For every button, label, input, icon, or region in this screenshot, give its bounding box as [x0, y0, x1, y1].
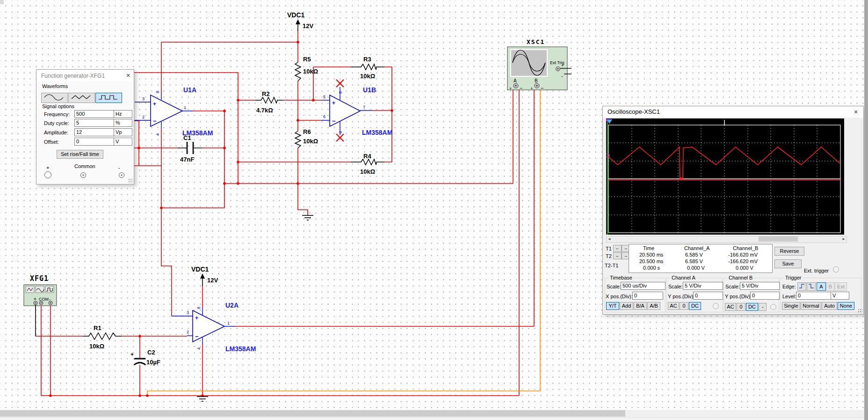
scope-scroll-right-icon[interactable]: ►	[842, 236, 846, 242]
wire-behind-dialog[interactable]	[134, 120, 161, 166]
timebase-ba-button[interactable]: B/A	[634, 302, 647, 310]
fg-plus-terminal[interactable]	[44, 171, 51, 178]
channel-b-minus-button[interactable]: -	[759, 303, 767, 311]
scope-titlebar[interactable]: Oscilloscope-XSC1 ✕	[603, 106, 863, 118]
scope-t1-left-button[interactable]: ←	[613, 245, 622, 252]
dt-cha: 0.000 V	[687, 265, 705, 271]
scope-resize-grip[interactable]	[858, 309, 862, 313]
t1-time: 20.500 ms	[639, 252, 663, 258]
u1a-ref: U1A	[183, 86, 196, 94]
scope-scroll-left-icon[interactable]: ◄	[608, 236, 611, 242]
channel-a-ac-button[interactable]: AC	[668, 302, 679, 310]
col-channel-b: Channel_B	[733, 245, 758, 251]
ground-u2a[interactable]	[197, 397, 208, 401]
channel-a-scale-input[interactable]: 5 V/Div	[683, 282, 723, 290]
function-generator-window[interactable]: Function generator-XFG1 ✕ Waveforms Sign…	[36, 69, 134, 184]
fg-wave-triangle-button[interactable]	[68, 93, 95, 103]
oscilloscope-window[interactable]: Oscilloscope-XSC1 ✕	[602, 106, 864, 315]
channel-b-scale-label: Scale:	[725, 284, 740, 289]
canvas-hscrollbar[interactable]	[0, 410, 864, 417]
resistor-r1[interactable]	[83, 333, 122, 339]
fg-plus-label: +	[46, 165, 49, 170]
channel-b-radio[interactable]	[770, 304, 776, 310]
trigger-group: Trigger Edge: A B Ext Level: 0 V Single …	[780, 278, 861, 312]
vdc1-bot-ref: VDC1	[191, 265, 209, 273]
wire-u1a-vminus-down[interactable]	[161, 129, 172, 316]
channel-b-zero-button[interactable]: 0	[737, 303, 745, 311]
trigger-source-a-button[interactable]: A	[817, 282, 826, 291]
trigger-source-b-button[interactable]: B	[826, 282, 834, 291]
vdc1-bottom[interactable]: VDC1 12V	[191, 265, 218, 287]
channel-b-label: Channel B	[727, 275, 754, 280]
trigger-none-button[interactable]: None	[838, 302, 854, 310]
scope-ext-trigger-radio[interactable]	[833, 266, 839, 273]
opamp-u1a[interactable]: + − 3 2 1 8 4 U1A LM358AM	[135, 86, 213, 137]
c2-ref: C2	[147, 349, 155, 356]
fg-wave-sine-button[interactable]	[41, 93, 68, 103]
scope-close-icon[interactable]: ✕	[852, 108, 860, 116]
xsc1-icon[interactable]: XSC1 Ext Trig + - A B +− +−	[507, 38, 571, 91]
ground-center[interactable]	[302, 215, 313, 220]
status-band	[0, 417, 868, 420]
channel-b-ac-button[interactable]: AC	[725, 303, 736, 311]
wire-c1-loop[interactable]	[134, 111, 224, 208]
scope-scrollbar-thumb[interactable]	[759, 236, 798, 242]
resistor-r2[interactable]	[255, 97, 283, 103]
resistor-r3[interactable]	[351, 64, 384, 70]
trigger-normal-button[interactable]: Normal	[801, 302, 821, 310]
u2a-pin2: 2	[187, 330, 189, 334]
fg-wave-square-button[interactable]	[95, 93, 122, 103]
resistor-r5[interactable]	[295, 62, 301, 81]
fg-minus-terminal[interactable]	[119, 172, 124, 178]
fg-titlebar[interactable]: Function generator-XFG1 ✕	[36, 70, 134, 81]
timebase-ab-button[interactable]: A/B	[647, 302, 660, 310]
scope-cursor-marker-dot	[680, 177, 683, 180]
channel-b-ypos-input[interactable]: 0	[750, 292, 780, 300]
timebase-yt-button[interactable]: Y/T	[606, 302, 619, 310]
trigger-source-ext-button[interactable]: Ext	[835, 282, 847, 291]
timebase-add-button[interactable]: Add	[620, 302, 633, 310]
fg-resize-grip[interactable]	[128, 178, 133, 183]
scope-scrollbar[interactable]: ◄ ►	[606, 236, 847, 243]
channel-a-ypos-input[interactable]: 0	[693, 292, 723, 300]
scope-t2-left-button[interactable]: ←	[613, 252, 622, 259]
scope-t1-label: T1	[606, 246, 612, 251]
trigger-level-input[interactable]: 0	[796, 292, 832, 300]
u1b-pin7: 7	[363, 105, 365, 110]
opamp-u2a[interactable]: + − 3 2 1 8 4 U2A LM358AM	[172, 302, 256, 353]
fg-offset-unit: V	[114, 138, 132, 146]
capacitor-c2[interactable]: + C2 10µF	[130, 349, 160, 366]
channel-a-radio[interactable]	[713, 303, 719, 309]
channel-a-dc-button[interactable]: DC	[689, 302, 701, 310]
wire-ground-bus[interactable]	[41, 305, 519, 396]
channel-b-dc-button[interactable]: DC	[746, 303, 758, 311]
trigger-rising-edge-button[interactable]	[797, 282, 806, 291]
fg-offset-input[interactable]: 0	[74, 138, 115, 146]
fg-duty-input[interactable]: 5	[74, 119, 115, 127]
scope-save-button[interactable]: Save	[774, 259, 802, 268]
t1-chb: -166.620 mV	[728, 252, 758, 258]
trigger-auto-button[interactable]: Auto	[822, 302, 837, 310]
fg-amplitude-input[interactable]: 12	[74, 128, 115, 136]
fg-set-rise-fall-button[interactable]: Set rise/Fall time	[57, 150, 103, 159]
timebase-scale-input[interactable]: 500 us/Div	[621, 282, 665, 290]
fg-close-icon[interactable]: ✕	[124, 72, 132, 79]
channel-a-ypos-label: Y pos.(Div):	[668, 294, 694, 299]
wire-channel-b[interactable]	[235, 88, 534, 326]
resistor-r6[interactable]	[295, 131, 301, 148]
timebase-xpos-input[interactable]: 0	[632, 292, 663, 300]
scope-trace-channel-a	[608, 147, 840, 179]
fg-common-terminal[interactable]	[80, 172, 86, 178]
vdc1-top[interactable]: VDC1 12V	[287, 11, 313, 31]
canvas-hscrollbar-thumb[interactable]	[0, 410, 625, 417]
xfg1-icon[interactable]: XFG1 + COM -	[24, 274, 57, 336]
channel-b-scale-input[interactable]: 5 V/Div	[740, 282, 780, 290]
fg-frequency-input[interactable]: 500	[74, 110, 115, 118]
channel-a-zero-button[interactable]: 0	[680, 302, 688, 310]
scope-reverse-button[interactable]: Reverse	[774, 247, 804, 256]
resistor-r4[interactable]	[351, 159, 384, 165]
trigger-single-button[interactable]: Single	[782, 302, 800, 310]
col-time: Time	[643, 245, 654, 251]
capacitor-c1[interactable]: C1 47nF	[178, 134, 202, 163]
trigger-falling-edge-button[interactable]	[807, 282, 816, 291]
